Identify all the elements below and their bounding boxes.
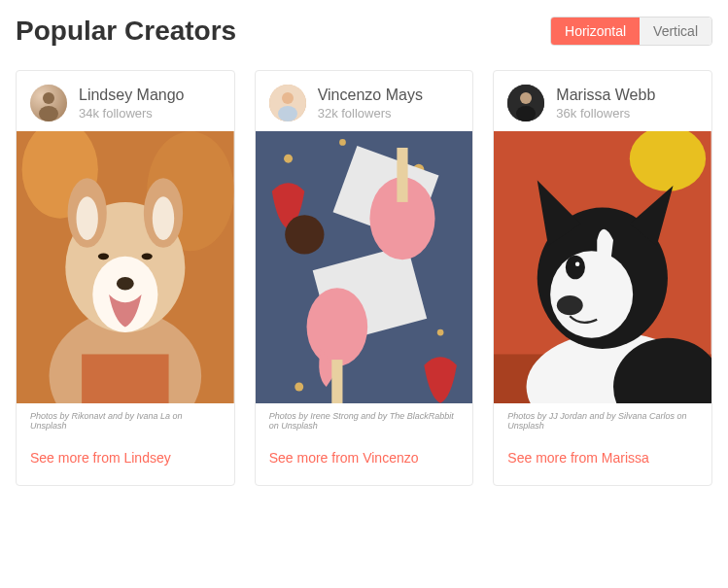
svg-point-15 xyxy=(117,277,134,290)
creator-followers: 34k followers xyxy=(79,106,185,121)
svg-point-35 xyxy=(520,92,532,104)
svg-point-45 xyxy=(575,261,579,265)
svg-rect-33 xyxy=(331,360,342,403)
svg-rect-16 xyxy=(82,354,168,403)
creator-name: Vincenzo Mays xyxy=(318,86,423,104)
creator-header: Vincenzo Mays 32k followers xyxy=(256,71,473,131)
creator-photo xyxy=(256,131,473,403)
svg-point-18 xyxy=(282,92,294,104)
header: Popular Creators Horizontal Vertical xyxy=(16,16,712,47)
avatar xyxy=(30,85,67,121)
photo-credit: Photos by Irene Strong and by The BlackR… xyxy=(256,403,473,434)
svg-point-2 xyxy=(39,106,58,121)
layout-toggle-group: Horizontal Vertical xyxy=(550,17,712,46)
svg-point-21 xyxy=(284,155,293,163)
svg-point-25 xyxy=(295,383,303,392)
see-more-link[interactable]: See more from Lindsey xyxy=(17,434,234,485)
svg-point-1 xyxy=(43,92,54,104)
svg-point-43 xyxy=(550,251,633,337)
creator-info: Lindsey Mango 34k followers xyxy=(79,86,185,121)
page-title: Popular Creators xyxy=(16,16,236,47)
svg-point-11 xyxy=(153,196,174,240)
svg-point-19 xyxy=(278,106,297,121)
svg-point-27 xyxy=(285,215,324,254)
creator-photo xyxy=(17,131,234,403)
vertical-toggle-button[interactable]: Vertical xyxy=(640,17,711,45)
creator-card: Lindsey Mango 34k followers Photos by Ri… xyxy=(16,70,235,486)
photo-credit: Photos by JJ Jordan and by Silvana Carlo… xyxy=(494,403,711,434)
see-more-link[interactable]: See more from Vincenzo xyxy=(256,434,473,485)
creator-name: Marissa Webb xyxy=(556,86,655,104)
svg-point-36 xyxy=(516,106,536,121)
svg-point-32 xyxy=(306,288,367,366)
svg-point-13 xyxy=(98,253,109,259)
svg-point-10 xyxy=(77,196,98,240)
avatar xyxy=(269,85,306,121)
svg-point-46 xyxy=(557,295,583,315)
photo-credit: Photos by Rikonavt and by Ivana La on Un… xyxy=(17,403,234,434)
svg-point-22 xyxy=(339,139,346,146)
see-more-link[interactable]: See more from Marissa xyxy=(494,434,711,485)
creator-followers: 32k followers xyxy=(318,106,423,121)
creator-name: Lindsey Mango xyxy=(79,86,185,104)
creator-cards: Lindsey Mango 34k followers Photos by Ri… xyxy=(16,70,712,486)
creator-followers: 36k followers xyxy=(556,106,655,121)
creator-card: Vincenzo Mays 32k followers Photos by Ir… xyxy=(255,70,474,486)
horizontal-toggle-button[interactable]: Horizontal xyxy=(551,17,640,45)
creator-info: Marissa Webb 36k followers xyxy=(556,86,655,121)
creator-info: Vincenzo Mays 32k followers xyxy=(318,86,423,121)
creator-card: Marissa Webb 36k followers Photos by JJ … xyxy=(493,70,712,486)
svg-rect-31 xyxy=(397,148,407,202)
svg-point-24 xyxy=(436,329,443,336)
creator-header: Lindsey Mango 34k followers xyxy=(17,71,234,131)
creator-header: Marissa Webb 36k followers xyxy=(494,71,711,131)
svg-point-14 xyxy=(142,253,153,259)
avatar xyxy=(507,85,544,121)
creator-photo xyxy=(494,131,711,403)
svg-point-44 xyxy=(566,256,585,280)
